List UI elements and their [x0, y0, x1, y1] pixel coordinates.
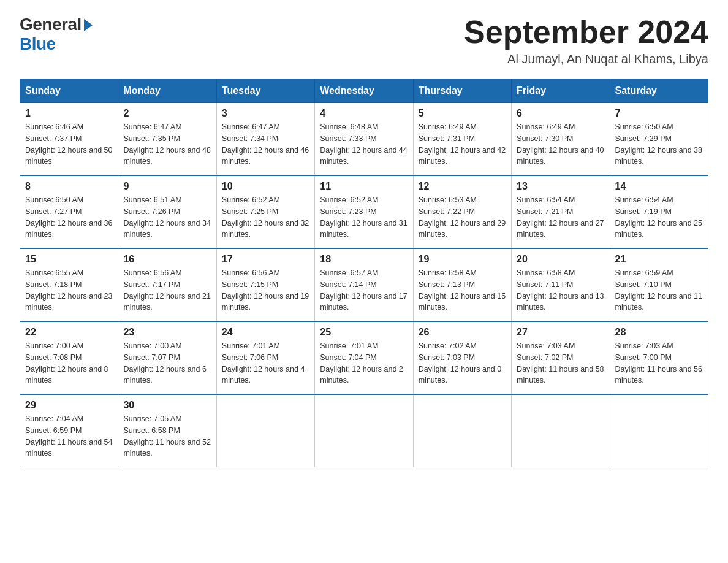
calendar-cell: 16 Sunrise: 6:56 AMSunset: 7:17 PMDaylig… — [118, 248, 216, 321]
week-row-2: 15 Sunrise: 6:55 AMSunset: 7:18 PMDaylig… — [20, 248, 708, 321]
day-info: Sunrise: 7:00 AMSunset: 7:07 PMDaylight:… — [123, 340, 211, 386]
logo-triangle-icon — [84, 19, 93, 31]
day-number: 6 — [517, 108, 604, 119]
day-number: 5 — [419, 108, 506, 119]
calendar-cell: 13 Sunrise: 6:54 AMSunset: 7:21 PMDaylig… — [512, 175, 610, 248]
header-row: SundayMondayTuesdayWednesdayThursdayFrid… — [20, 79, 708, 103]
day-number: 19 — [419, 254, 506, 265]
calendar-body: 1 Sunrise: 6:46 AMSunset: 7:37 PMDayligh… — [20, 103, 708, 467]
day-number: 14 — [615, 181, 703, 192]
day-number: 21 — [615, 254, 703, 265]
day-info: Sunrise: 6:58 AMSunset: 7:11 PMDaylight:… — [517, 267, 604, 313]
calendar-cell: 28 Sunrise: 7:03 AMSunset: 7:00 PMDaylig… — [610, 321, 708, 394]
day-number: 15 — [25, 254, 113, 265]
day-info: Sunrise: 6:49 AMSunset: 7:30 PMDaylight:… — [517, 121, 604, 167]
day-info: Sunrise: 6:46 AMSunset: 7:37 PMDaylight:… — [25, 121, 113, 167]
day-info: Sunrise: 6:54 AMSunset: 7:21 PMDaylight:… — [517, 194, 604, 240]
day-info: Sunrise: 6:52 AMSunset: 7:23 PMDaylight:… — [320, 194, 408, 240]
day-info: Sunrise: 6:53 AMSunset: 7:22 PMDaylight:… — [419, 194, 506, 240]
day-number: 2 — [123, 108, 211, 119]
day-number: 30 — [123, 400, 211, 411]
calendar-cell: 9 Sunrise: 6:51 AMSunset: 7:26 PMDayligh… — [118, 175, 216, 248]
header-monday: Monday — [118, 79, 216, 103]
location-subtitle: Al Jumayl, An Nuqat al Khams, Libya — [464, 52, 708, 66]
day-number: 28 — [615, 327, 703, 338]
calendar-cell: 17 Sunrise: 6:56 AMSunset: 7:15 PMDaylig… — [216, 248, 314, 321]
day-number: 22 — [25, 327, 113, 338]
day-number: 27 — [517, 327, 604, 338]
header-sunday: Sunday — [20, 79, 118, 103]
day-number: 10 — [222, 181, 309, 192]
logo-general: General — [20, 15, 93, 34]
calendar-cell: 25 Sunrise: 7:01 AMSunset: 7:04 PMDaylig… — [315, 321, 413, 394]
logo: General Blue — [20, 15, 93, 54]
calendar-cell: 15 Sunrise: 6:55 AMSunset: 7:18 PMDaylig… — [20, 248, 118, 321]
calendar-cell: 30 Sunrise: 7:05 AMSunset: 6:58 PMDaylig… — [118, 394, 216, 467]
day-info: Sunrise: 6:50 AMSunset: 7:27 PMDaylight:… — [25, 194, 113, 240]
week-row-3: 22 Sunrise: 7:00 AMSunset: 7:08 PMDaylig… — [20, 321, 708, 394]
day-info: Sunrise: 6:47 AMSunset: 7:34 PMDaylight:… — [222, 121, 309, 167]
calendar-cell: 6 Sunrise: 6:49 AMSunset: 7:30 PMDayligh… — [512, 103, 610, 176]
day-info: Sunrise: 7:04 AMSunset: 6:59 PMDaylight:… — [25, 413, 113, 459]
header-saturday: Saturday — [610, 79, 708, 103]
calendar-cell: 10 Sunrise: 6:52 AMSunset: 7:25 PMDaylig… — [216, 175, 314, 248]
calendar-cell: 20 Sunrise: 6:58 AMSunset: 7:11 PMDaylig… — [512, 248, 610, 321]
calendar-table: SundayMondayTuesdayWednesdayThursdayFrid… — [20, 79, 708, 467]
day-info: Sunrise: 6:51 AMSunset: 7:26 PMDaylight:… — [123, 194, 211, 240]
calendar-cell: 8 Sunrise: 6:50 AMSunset: 7:27 PMDayligh… — [20, 175, 118, 248]
header-thursday: Thursday — [413, 79, 511, 103]
calendar-cell: 7 Sunrise: 6:50 AMSunset: 7:29 PMDayligh… — [610, 103, 708, 176]
calendar-cell — [512, 394, 610, 467]
day-info: Sunrise: 6:54 AMSunset: 7:19 PMDaylight:… — [615, 194, 703, 240]
day-info: Sunrise: 6:58 AMSunset: 7:13 PMDaylight:… — [419, 267, 506, 313]
day-number: 16 — [123, 254, 211, 265]
calendar-cell: 3 Sunrise: 6:47 AMSunset: 7:34 PMDayligh… — [216, 103, 314, 176]
week-row-0: 1 Sunrise: 6:46 AMSunset: 7:37 PMDayligh… — [20, 103, 708, 176]
day-number: 13 — [517, 181, 604, 192]
calendar-cell: 4 Sunrise: 6:48 AMSunset: 7:33 PMDayligh… — [315, 103, 413, 176]
day-number: 1 — [25, 108, 113, 119]
header-tuesday: Tuesday — [216, 79, 314, 103]
calendar-cell — [610, 394, 708, 467]
day-number: 4 — [320, 108, 408, 119]
calendar-cell: 2 Sunrise: 6:47 AMSunset: 7:35 PMDayligh… — [118, 103, 216, 176]
header-wednesday: Wednesday — [315, 79, 413, 103]
day-number: 20 — [517, 254, 604, 265]
week-row-4: 29 Sunrise: 7:04 AMSunset: 6:59 PMDaylig… — [20, 394, 708, 467]
day-info: Sunrise: 6:49 AMSunset: 7:31 PMDaylight:… — [419, 121, 506, 167]
day-number: 26 — [419, 327, 506, 338]
day-number: 25 — [320, 327, 408, 338]
month-title: September 2024 — [464, 15, 708, 50]
calendar-cell — [413, 394, 511, 467]
calendar-cell: 23 Sunrise: 7:00 AMSunset: 7:07 PMDaylig… — [118, 321, 216, 394]
calendar-cell: 22 Sunrise: 7:00 AMSunset: 7:08 PMDaylig… — [20, 321, 118, 394]
day-info: Sunrise: 6:56 AMSunset: 7:17 PMDaylight:… — [123, 267, 211, 313]
day-number: 23 — [123, 327, 211, 338]
day-info: Sunrise: 7:00 AMSunset: 7:08 PMDaylight:… — [25, 340, 113, 386]
day-info: Sunrise: 7:02 AMSunset: 7:03 PMDaylight:… — [419, 340, 506, 386]
day-info: Sunrise: 6:56 AMSunset: 7:15 PMDaylight:… — [222, 267, 309, 313]
day-number: 18 — [320, 254, 408, 265]
day-info: Sunrise: 6:55 AMSunset: 7:18 PMDaylight:… — [25, 267, 113, 313]
day-number: 9 — [123, 181, 211, 192]
calendar-cell: 19 Sunrise: 6:58 AMSunset: 7:13 PMDaylig… — [413, 248, 511, 321]
calendar-cell: 11 Sunrise: 6:52 AMSunset: 7:23 PMDaylig… — [315, 175, 413, 248]
day-number: 29 — [25, 400, 113, 411]
title-block: September 2024 Al Jumayl, An Nuqat al Kh… — [464, 15, 708, 66]
day-info: Sunrise: 7:03 AMSunset: 7:02 PMDaylight:… — [517, 340, 604, 386]
calendar-cell: 21 Sunrise: 6:59 AMSunset: 7:10 PMDaylig… — [610, 248, 708, 321]
day-number: 12 — [419, 181, 506, 192]
calendar-cell: 26 Sunrise: 7:02 AMSunset: 7:03 PMDaylig… — [413, 321, 511, 394]
day-number: 11 — [320, 181, 408, 192]
calendar-cell: 18 Sunrise: 6:57 AMSunset: 7:14 PMDaylig… — [315, 248, 413, 321]
calendar-cell — [216, 394, 314, 467]
day-info: Sunrise: 6:47 AMSunset: 7:35 PMDaylight:… — [123, 121, 211, 167]
day-info: Sunrise: 7:01 AMSunset: 7:06 PMDaylight:… — [222, 340, 309, 386]
calendar-cell: 1 Sunrise: 6:46 AMSunset: 7:37 PMDayligh… — [20, 103, 118, 176]
logo-blue-text: Blue — [20, 34, 56, 54]
day-info: Sunrise: 6:59 AMSunset: 7:10 PMDaylight:… — [615, 267, 703, 313]
calendar-cell: 12 Sunrise: 6:53 AMSunset: 7:22 PMDaylig… — [413, 175, 511, 248]
day-info: Sunrise: 7:01 AMSunset: 7:04 PMDaylight:… — [320, 340, 408, 386]
day-info: Sunrise: 6:52 AMSunset: 7:25 PMDaylight:… — [222, 194, 309, 240]
calendar-cell: 29 Sunrise: 7:04 AMSunset: 6:59 PMDaylig… — [20, 394, 118, 467]
